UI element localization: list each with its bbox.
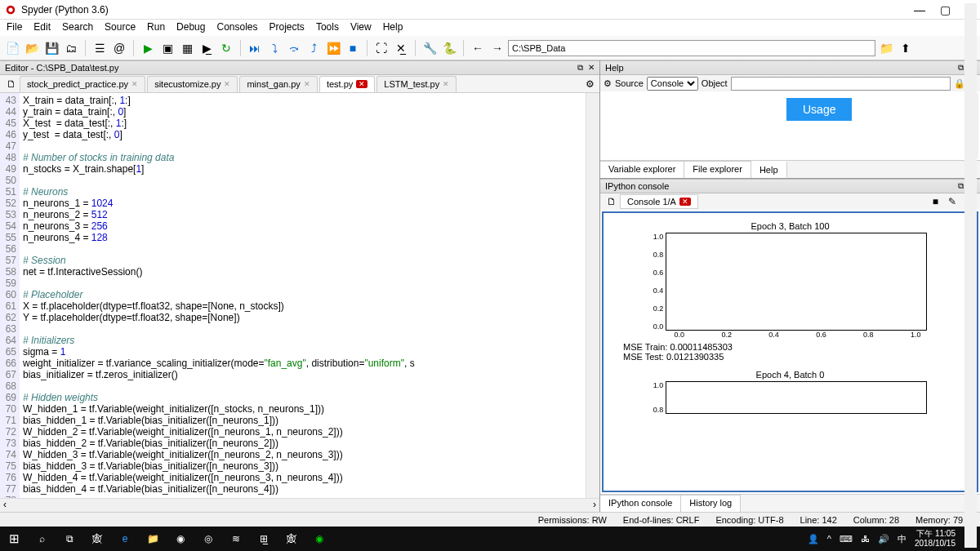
help-subtab[interactable]: Help: [751, 161, 787, 178]
menu-help[interactable]: Help: [383, 21, 403, 34]
save-all-icon[interactable]: 🗂: [62, 39, 80, 57]
list-icon[interactable]: ☰: [91, 39, 109, 57]
taskbar-app-generic2[interactable]: ≋: [227, 530, 245, 548]
help-subtab[interactable]: Variable explorer: [600, 161, 684, 178]
tab-options-icon[interactable]: ⚙: [581, 77, 599, 91]
console-scrollbar[interactable]: [964, 211, 977, 492]
file-tab-close-icon[interactable]: ✕: [356, 80, 368, 88]
working-dir-input[interactable]: [508, 40, 875, 56]
console-tab-close-icon[interactable]: ✕: [679, 198, 691, 206]
help-source-select[interactable]: Console: [647, 77, 698, 91]
console-output[interactable]: Epoch 3, Batch 100 1.00.80.60.40.20.0 0.…: [602, 211, 978, 492]
help-lock-icon[interactable]: 🔒: [954, 78, 965, 89]
fullscreen-icon[interactable]: ✕̲: [392, 39, 410, 57]
help-subtab[interactable]: File explorer: [684, 161, 751, 178]
debug-step-icon[interactable]: ⏭: [246, 39, 264, 57]
debug-step-out-icon[interactable]: ⤴: [305, 39, 323, 57]
menu-source[interactable]: Source: [105, 21, 136, 34]
run-cell-advance-icon[interactable]: ▦: [178, 39, 196, 57]
editor-scrollbar-v[interactable]: [586, 93, 599, 498]
help-gear-icon[interactable]: ⚙: [604, 78, 612, 89]
taskbar-app-generic1[interactable]: ◎: [199, 530, 217, 548]
clock-date: 2018/10/15: [915, 539, 956, 549]
file-browse-icon[interactable]: 🗋: [3, 77, 20, 91]
minimize-button[interactable]: —: [914, 3, 925, 16]
taskbar-app-explorer[interactable]: 📁: [144, 530, 162, 548]
file-tab[interactable]: minst_gan.py✕: [239, 76, 317, 92]
maximize-pane-icon[interactable]: ⛶: [372, 39, 390, 57]
parent-dir-icon[interactable]: ⬆: [897, 39, 915, 57]
run-icon[interactable]: ▶: [139, 39, 157, 57]
file-tab-close-icon[interactable]: ✕: [224, 80, 230, 88]
save-icon[interactable]: 💾: [42, 39, 60, 57]
file-tab-close-icon[interactable]: ✕: [304, 80, 310, 88]
run-selection-icon[interactable]: ▶̲: [198, 39, 216, 57]
console-edit-icon[interactable]: ✎: [943, 194, 961, 209]
file-tab-close-icon[interactable]: ✕: [131, 80, 138, 88]
editor-title-text: Editor - C:\SPB_Data\test.py: [5, 63, 118, 73]
maximize-button[interactable]: ▢: [940, 3, 951, 16]
tray-clock[interactable]: 下午 11:05 2018/10/15: [915, 529, 956, 549]
taskbar-app-spyder[interactable]: 🕸: [88, 530, 106, 548]
taskbar-app-edge[interactable]: e: [116, 530, 134, 548]
menu-view[interactable]: View: [350, 21, 372, 34]
tray-ime[interactable]: 中: [898, 533, 906, 545]
menu-tools[interactable]: Tools: [316, 21, 339, 34]
debug-step-over-icon[interactable]: ⤼: [285, 39, 303, 57]
debug-stop-icon[interactable]: ■: [344, 39, 362, 57]
debug-continue-icon[interactable]: ⏩: [324, 39, 342, 57]
file-tab[interactable]: stock_predict_practice.py✕: [20, 76, 145, 92]
editor-scrollbar-h[interactable]: ‹›: [0, 498, 599, 512]
python-path-icon[interactable]: 🐍: [440, 39, 458, 57]
menu-edit[interactable]: Edit: [33, 21, 51, 34]
menu-search[interactable]: Search: [62, 21, 93, 34]
tray-volume-icon[interactable]: 🔊: [878, 534, 889, 544]
debug-step-in-icon[interactable]: ⤵: [265, 39, 283, 57]
open-file-icon[interactable]: 📂: [23, 39, 41, 57]
mse-test-text: MSE Test: 0.0121390335: [607, 352, 973, 362]
code-editor[interactable]: 43 44 45 46 47 48 49 50 51 52 53 54 55 5…: [0, 93, 599, 498]
file-tab-close-icon[interactable]: ✕: [443, 80, 449, 88]
back-icon[interactable]: ←: [469, 39, 487, 57]
at-icon[interactable]: @: [110, 39, 128, 57]
preferences-icon[interactable]: 🔧: [421, 39, 439, 57]
taskbar-app-line[interactable]: ◉: [310, 530, 328, 548]
console-browse-icon[interactable]: 🗋: [604, 194, 620, 209]
help-pane-title: Help ⧉✕: [600, 60, 980, 75]
taskbar-app-calculator[interactable]: ⊞̲: [255, 530, 273, 548]
file-tab[interactable]: sitecustomize.py✕: [147, 76, 238, 92]
taskbar-app-chrome[interactable]: ◉: [172, 530, 189, 548]
console-bottom-tab[interactable]: History log: [681, 495, 741, 512]
tray-keyboard-icon[interactable]: ⌨: [840, 534, 853, 544]
people-icon[interactable]: 👤: [808, 534, 819, 544]
start-button[interactable]: ⊞: [5, 530, 23, 548]
taskbar-app-spyder2[interactable]: 🕸: [283, 530, 301, 548]
tray-chevron-icon[interactable]: ^: [827, 534, 831, 544]
new-file-icon[interactable]: 📄: [3, 39, 21, 57]
file-tab[interactable]: test.py✕: [319, 76, 375, 92]
menu-debug[interactable]: Debug: [176, 21, 205, 34]
menu-file[interactable]: File: [7, 21, 22, 34]
tray-network-icon[interactable]: 🖧: [861, 534, 870, 544]
help-object-input[interactable]: [731, 77, 951, 91]
console-tab[interactable]: Console 1/A ✕: [620, 194, 698, 209]
search-icon[interactable]: ⌕: [33, 530, 51, 548]
window-title: Spyder (Python 3.6): [21, 4, 109, 16]
console-undock-icon[interactable]: ⧉: [958, 181, 964, 191]
plot2-title: Epoch 4, Batch 0: [653, 368, 928, 381]
forward-icon[interactable]: →: [488, 39, 506, 57]
undock-icon[interactable]: ⧉: [577, 63, 583, 73]
code-content[interactable]: X_train = data_train[:, 1:] y_train = da…: [20, 93, 586, 498]
task-view-icon[interactable]: ⧉: [60, 530, 78, 548]
help-undock-icon[interactable]: ⧉: [958, 63, 964, 73]
file-tab[interactable]: LSTM_test.py✕: [376, 76, 457, 92]
menu-projects[interactable]: Projects: [270, 21, 305, 34]
run-cell-icon[interactable]: ▣: [158, 39, 176, 57]
menu-run[interactable]: Run: [147, 21, 165, 34]
close-pane-icon[interactable]: ✕: [588, 63, 595, 73]
console-bottom-tab[interactable]: IPython console: [600, 495, 681, 512]
browse-dir-icon[interactable]: 📁: [877, 39, 895, 57]
console-stop-icon[interactable]: ■: [928, 194, 943, 209]
rerun-icon[interactable]: ↻: [217, 39, 235, 57]
menu-consoles[interactable]: Consoles: [216, 21, 257, 34]
